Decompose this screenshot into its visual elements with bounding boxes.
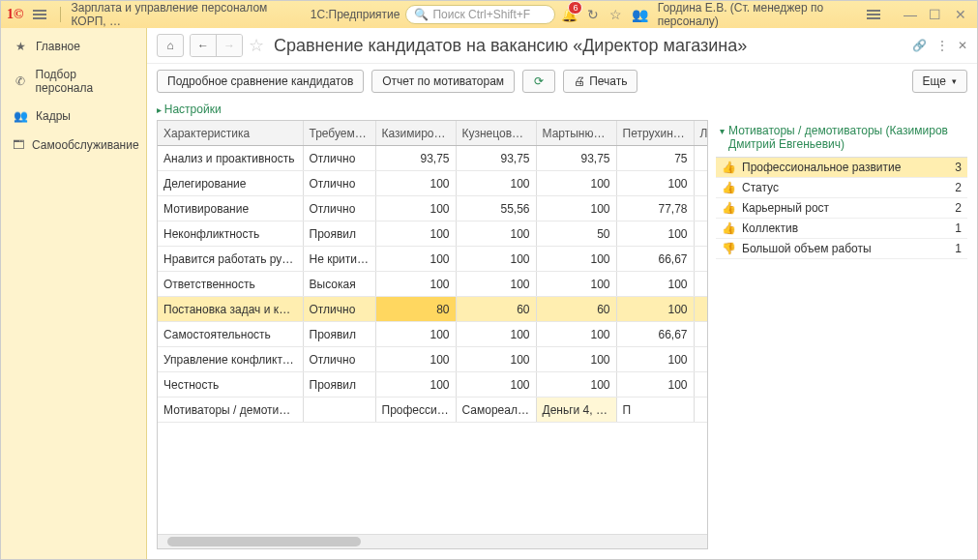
thumb-up-icon: 👍 [722,161,736,174]
col-header[interactable]: Кузнецова А. В. [456,121,536,146]
col-header[interactable]: Характеристика [158,121,303,146]
sidebar-item-3[interactable]: 🗔Самообслуживание [1,131,146,160]
user-label[interactable]: Гордина Е.В. (Ст. менеджер по персоналу) [658,1,853,28]
motivator-count: 3 [955,161,962,174]
table-cell: 93,75 [375,146,456,171]
table-row[interactable]: ЧестностьПроявил100100100100 [158,372,707,398]
motivator-row[interactable]: 👍Коллектив1 [716,219,967,239]
detailed-compare-button[interactable]: Подробное сравнение кандидатов [157,70,364,93]
menu-icon[interactable] [29,6,50,23]
table-cell [694,372,707,398]
table-cell: 60 [536,297,616,322]
col-header[interactable]: Казимиров Д. Е. [375,121,456,146]
motivator-row[interactable]: 👍Карьерный рост2 [716,198,967,219]
notifications-icon[interactable]: 🔔6 [561,7,577,22]
sidebar-item-1[interactable]: ✆Подбор персонала [1,61,146,102]
col-header[interactable]: Мартынюк О. Е. [536,121,616,146]
horizontal-scrollbar[interactable] [158,534,707,548]
star-icon[interactable]: ☆ [249,35,264,56]
table-cell: Отлично [303,146,375,171]
favorite-icon[interactable]: ☆ [609,7,623,22]
settings-menu-icon[interactable] [863,6,884,23]
table-row[interactable]: НеконфликтностьПроявил10010050100 [158,221,707,247]
table-cell: 100 [375,171,456,196]
close-button[interactable]: ✕ [950,6,971,23]
refresh-button[interactable]: ⟳ [522,70,555,93]
table-cell: Самостоятельность [158,322,303,347]
table-row[interactable]: Анализ и проактивностьОтлично93,7593,759… [158,146,707,171]
table-cell: 100 [616,171,694,196]
page-close-button[interactable]: ✕ [958,39,967,52]
table-cell [694,221,707,247]
users-icon[interactable]: 👥 [633,7,648,22]
settings-toggle[interactable]: Настройки [147,99,977,120]
col-header[interactable]: Ла [694,121,707,146]
home-icon: ★ [13,39,28,54]
table-cell: 100 [536,372,616,398]
link-icon[interactable]: 🔗 [912,39,927,52]
people-icon: 👥 [13,108,28,124]
table-cell: 100 [375,347,456,372]
sidebar: ★Главное✆Подбор персонала👥Кадры🗔Самообсл… [1,28,147,559]
table-row[interactable]: МотивированиеОтлично10055,5610077,78 [158,196,707,221]
table-cell: 100 [616,272,694,297]
col-header[interactable]: Петрухин В.… [616,121,694,146]
table-row[interactable]: Управление конфликтомОтлично100100100100 [158,347,707,372]
table-row[interactable]: Нравится работать руководи…Не критично,…… [158,247,707,272]
forward-button[interactable]: → [217,35,242,56]
motivator-label: Статус [742,181,949,194]
sidebar-item-2[interactable]: 👥Кадры [1,102,146,131]
table-cell: 100 [456,347,536,372]
back-button[interactable]: ← [191,35,217,56]
table-cell: 66,67 [616,247,694,272]
table-cell [303,398,375,423]
thumb-up-icon: 👍 [722,201,736,215]
table-cell: 60 [456,297,536,322]
global-search[interactable]: 🔍 Поиск Ctrl+Shift+F [405,5,555,24]
more-button[interactable]: Еще▾ [912,70,967,93]
table-cell [694,398,707,423]
minimize-button[interactable]: — [900,6,921,23]
sidebar-item-label: Самообслуживание [32,138,139,152]
table-row[interactable]: Мотиваторы / демотиваторыПрофессиона…Сам… [158,398,707,423]
thumb-down-icon: 👎 [722,242,736,255]
table-cell: Мотиваторы / демотиваторы [158,398,303,423]
table-cell: Постановка задач и контроля [158,297,303,322]
table-cell: Не критично,… [303,247,375,272]
col-header[interactable]: Требуемые п… [303,121,375,146]
motivator-row[interactable]: 👍Профессиональное развитие3 [716,158,967,178]
table-cell: Ответственность [158,272,303,297]
table-row[interactable]: ДелегированиеОтлично100100100100 [158,171,707,196]
motivator-row[interactable]: 👍Статус2 [716,178,967,198]
table-cell: Деньги 4, Статус 2, Критика 2 [536,398,616,423]
table-cell: 77,78 [616,196,694,221]
table-row[interactable]: ОтветственностьВысокая100100100100 [158,272,707,297]
sidebar-item-0[interactable]: ★Главное [1,32,146,61]
table-cell [694,272,707,297]
panel-title: Мотиваторы / демотиваторы (Казимиров Дми… [728,124,963,151]
history-icon[interactable]: ↻ [586,7,600,22]
motivator-label: Профессиональное развитие [742,161,949,174]
table-cell: Высокая [303,272,375,297]
motivator-row[interactable]: 👎Большой объем работы1 [716,239,967,259]
table-cell: 100 [375,272,456,297]
motivators-panel: ▾ Мотиваторы / демотиваторы (Казимиров Д… [716,120,967,549]
print-button[interactable]: 🖨Печать [563,70,637,93]
table-cell: Честность [158,372,303,398]
chevron-down-icon[interactable]: ▾ [720,124,725,136]
table-row[interactable]: Постановка задач и контроляОтлично806060… [158,297,707,322]
table-cell: 100 [456,171,536,196]
kebab-icon[interactable]: ⋮ [936,39,948,52]
table-cell: Отлично [303,297,375,322]
table-row[interactable]: СамостоятельностьПроявил10010010066,67 [158,322,707,347]
motivator-report-button[interactable]: Отчет по мотиваторам [371,70,515,93]
table-cell: 100 [456,221,536,247]
home-button[interactable]: ⌂ [157,34,184,57]
table-cell: 100 [456,272,536,297]
table-cell: 100 [375,322,456,347]
table-cell: П [616,398,694,423]
table-cell: Отлично [303,196,375,221]
table-cell: Нравится работать руководи… [158,247,303,272]
maximize-button[interactable]: ☐ [925,6,946,23]
table-cell: 100 [375,196,456,221]
